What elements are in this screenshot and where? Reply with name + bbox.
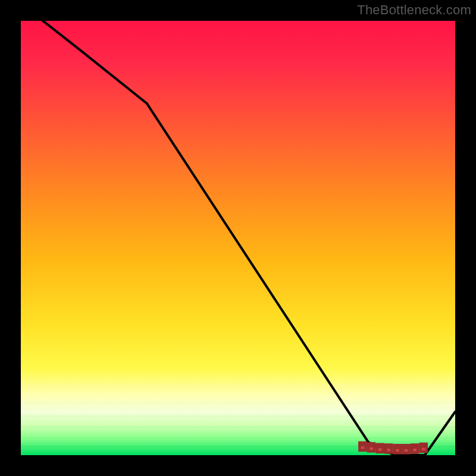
- svg-rect-12: [377, 444, 383, 447]
- svg-rect-16: [394, 445, 400, 447]
- svg-rect-14: [386, 444, 392, 447]
- svg-rect-20: [412, 444, 418, 447]
- svg-rect-18: [403, 445, 409, 447]
- watermark-label: TheBottleneck.com: [357, 2, 471, 18]
- svg-rect-22: [421, 444, 427, 446]
- plot-area: [21, 21, 455, 455]
- main-curve: [21, 21, 455, 455]
- curve-layer: [21, 21, 455, 455]
- highlight-markers: [359, 443, 426, 453]
- svg-rect-10: [368, 443, 374, 446]
- chart-container: TheBottleneck.com: [0, 0, 476, 476]
- svg-rect-8: [359, 443, 365, 445]
